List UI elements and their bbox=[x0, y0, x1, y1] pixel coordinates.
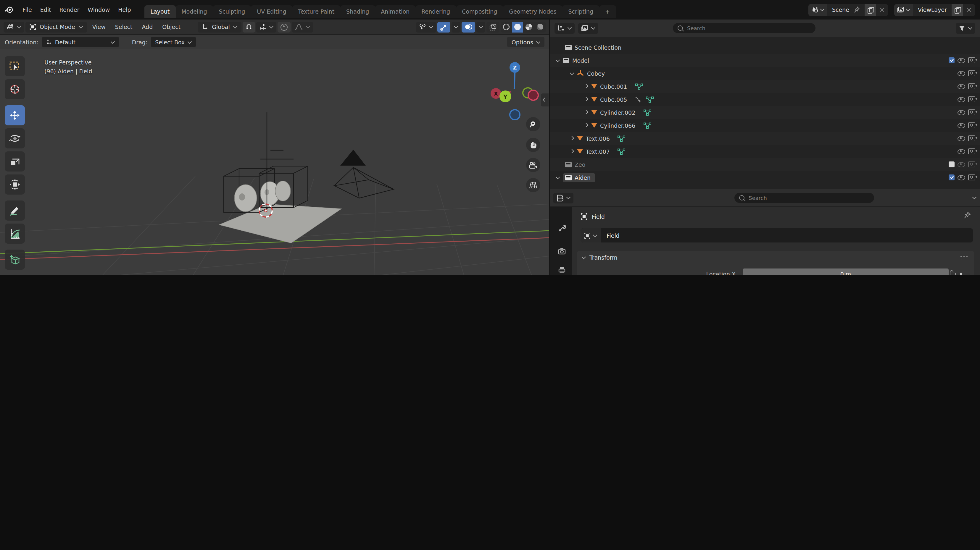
transform-panel-header[interactable]: Transform bbox=[577, 251, 974, 264]
exclude-checkbox[interactable] bbox=[949, 174, 955, 181]
shading-solid-button[interactable] bbox=[512, 22, 523, 32]
expand-icon[interactable] bbox=[570, 71, 574, 75]
hide-eye-icon[interactable] bbox=[958, 58, 965, 63]
exclude-checkbox[interactable] bbox=[949, 162, 955, 167]
properties-search-input[interactable] bbox=[748, 194, 869, 201]
expand-icon[interactable] bbox=[570, 136, 574, 140]
disable-render-icon[interactable] bbox=[968, 135, 975, 141]
workspace-tab-rendering[interactable]: Rendering bbox=[415, 5, 456, 18]
view-layer-browse-button[interactable] bbox=[894, 4, 913, 16]
location-x-field[interactable]: 0 m bbox=[743, 268, 949, 275]
expand-icon[interactable] bbox=[584, 84, 588, 88]
hide-eye-icon[interactable] bbox=[958, 97, 965, 102]
menu-file[interactable]: File bbox=[18, 6, 36, 13]
outliner-row-cobey[interactable]: Cobey bbox=[550, 67, 980, 80]
proportional-falloff-dropdown[interactable] bbox=[292, 22, 313, 32]
exclude-checkbox[interactable] bbox=[949, 57, 955, 63]
shading-wireframe-button[interactable] bbox=[501, 22, 512, 32]
tool-cursor[interactable] bbox=[5, 79, 25, 99]
properties-options-chevron[interactable] bbox=[972, 195, 977, 199]
view-layer-name[interactable]: ViewLayer bbox=[913, 6, 951, 13]
hide-eye-icon[interactable] bbox=[958, 110, 965, 115]
tool-annotate[interactable] bbox=[5, 200, 25, 220]
disable-render-icon[interactable] bbox=[968, 122, 975, 128]
outliner-row-cube-001[interactable]: Cube.001 bbox=[550, 80, 980, 93]
disable-render-icon[interactable] bbox=[968, 109, 975, 115]
workspace-tab-uv-editing[interactable]: UV Editing bbox=[251, 5, 292, 18]
hide-eye-icon[interactable] bbox=[958, 71, 965, 76]
menu-window[interactable]: Window bbox=[83, 6, 114, 13]
snap-toggle[interactable] bbox=[243, 22, 255, 32]
viewport-canvas[interactable]: User Perspective (96) Aiden | Field bbox=[0, 49, 549, 275]
transform-orientation-dropdown[interactable]: Global bbox=[198, 22, 242, 32]
workspace-tab-shading[interactable]: Shading bbox=[340, 5, 375, 18]
outliner-row-cube-005[interactable]: Cube.005 bbox=[550, 93, 980, 106]
overlays-dropdown[interactable] bbox=[476, 22, 485, 32]
hide-eye-icon[interactable] bbox=[958, 149, 965, 154]
tab-render[interactable] bbox=[552, 244, 571, 259]
viewport-menu-add[interactable]: Add bbox=[138, 24, 157, 30]
show-gizmo-dropdown[interactable] bbox=[416, 22, 436, 32]
zoom-button[interactable] bbox=[526, 117, 540, 131]
hide-eye-icon[interactable] bbox=[958, 162, 965, 167]
disable-render-icon[interactable] bbox=[968, 149, 975, 154]
animate-dot-icon[interactable] bbox=[960, 273, 962, 275]
tab-output[interactable] bbox=[552, 263, 571, 275]
outliner-row-zeo[interactable]: Zeo bbox=[550, 158, 980, 171]
outliner-row-cylinder-002[interactable]: Cylinder.002 bbox=[550, 106, 980, 119]
gizmos-dropdown[interactable] bbox=[452, 22, 460, 32]
overlays-toggle[interactable] bbox=[461, 22, 475, 32]
disable-render-icon[interactable] bbox=[968, 162, 975, 167]
expand-icon[interactable] bbox=[556, 175, 560, 179]
proportional-editing-toggle[interactable] bbox=[278, 22, 291, 32]
workspace-tab-layout[interactable]: Layout bbox=[145, 5, 176, 18]
tool-measure[interactable] bbox=[5, 223, 25, 244]
gizmos-toggle[interactable] bbox=[438, 22, 450, 32]
scene-name[interactable]: Scene bbox=[827, 6, 865, 13]
expand-icon[interactable] bbox=[584, 123, 588, 127]
pin-icon[interactable] bbox=[964, 212, 970, 219]
menu-edit[interactable]: Edit bbox=[36, 6, 55, 13]
view-layer-new-button[interactable] bbox=[951, 4, 963, 16]
scene-browse-button[interactable] bbox=[808, 4, 827, 16]
tab-tool[interactable] bbox=[552, 220, 571, 235]
outliner-display-mode-dropdown[interactable] bbox=[555, 23, 574, 33]
expand-icon[interactable] bbox=[584, 97, 588, 101]
shading-material-button[interactable] bbox=[523, 22, 535, 32]
viewport-menu-select[interactable]: Select bbox=[111, 24, 137, 30]
view-layer-remove-button[interactable] bbox=[963, 4, 975, 16]
outliner-row-scene-collection[interactable]: Scene Collection bbox=[550, 41, 980, 54]
disable-render-icon[interactable] bbox=[968, 57, 975, 63]
tool-scale[interactable] bbox=[5, 151, 25, 171]
object-name-field[interactable]: Field bbox=[581, 228, 973, 243]
scene-new-button[interactable] bbox=[865, 4, 876, 16]
workspace-tab-texture-paint[interactable]: Texture Paint bbox=[292, 5, 340, 18]
hide-eye-icon[interactable] bbox=[958, 123, 965, 128]
menu-render[interactable]: Render bbox=[55, 6, 84, 13]
object-id-browse[interactable] bbox=[581, 228, 601, 243]
camera-view-button[interactable] bbox=[526, 158, 540, 172]
scene-unlink-button[interactable] bbox=[876, 4, 888, 16]
hide-eye-icon[interactable] bbox=[958, 136, 965, 141]
shading-rendered-button[interactable] bbox=[535, 22, 546, 32]
hide-eye-icon[interactable] bbox=[958, 175, 965, 180]
editor-type-button[interactable] bbox=[3, 22, 24, 32]
add-workspace-button[interactable]: + bbox=[599, 5, 616, 18]
hide-eye-icon[interactable] bbox=[958, 84, 965, 89]
outliner-row-cylinder-066[interactable]: Cylinder.066 bbox=[550, 119, 980, 132]
expand-icon[interactable] bbox=[584, 110, 588, 114]
viewport-menu-object[interactable]: Object bbox=[158, 24, 185, 30]
workspace-tab-animation[interactable]: Animation bbox=[375, 5, 415, 18]
snap-settings-dropdown[interactable] bbox=[256, 22, 277, 32]
outliner-row-text-007[interactable]: Text.007 bbox=[550, 145, 980, 158]
pin-icon[interactable] bbox=[854, 6, 860, 13]
properties-editor-type-button[interactable] bbox=[553, 192, 573, 203]
outliner-search-input[interactable] bbox=[686, 25, 811, 32]
workspace-tab-scripting[interactable]: Scripting bbox=[563, 5, 600, 18]
disable-render-icon[interactable] bbox=[968, 83, 975, 89]
outliner-row-aiden[interactable]: Aiden bbox=[550, 171, 980, 184]
sidebar-collapse-arrow[interactable] bbox=[541, 94, 549, 106]
outliner-row-model[interactable]: Model bbox=[550, 54, 980, 67]
disable-render-icon[interactable] bbox=[968, 174, 975, 181]
menu-help[interactable]: Help bbox=[114, 6, 135, 13]
